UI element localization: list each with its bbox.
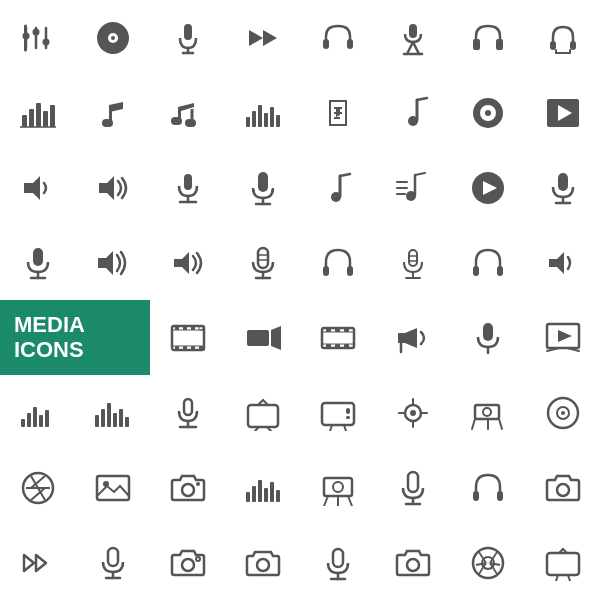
svg-point-39 — [105, 119, 113, 127]
svg-rect-25 — [473, 39, 480, 50]
mic-bottom-icon — [375, 450, 450, 525]
equalizer-bars-icon — [225, 75, 300, 150]
svg-line-167 — [472, 419, 475, 429]
media-icons-label: MEDIA ICONS — [0, 300, 150, 375]
headphones-icon-4 — [300, 225, 375, 300]
svg-rect-146 — [184, 399, 192, 415]
camera-outline-3-icon — [375, 525, 450, 600]
svg-line-22 — [407, 42, 413, 54]
svg-point-166 — [483, 408, 491, 416]
svg-rect-50 — [276, 115, 280, 127]
svg-point-77 — [406, 191, 416, 201]
headphones-icon-1 — [300, 0, 375, 75]
bar-chart-icon — [0, 75, 75, 150]
mic-icon-sm — [525, 150, 600, 225]
svg-rect-96 — [323, 266, 329, 276]
svg-point-182 — [182, 484, 194, 496]
music-note-icon-3 — [300, 150, 375, 225]
svg-point-56 — [408, 116, 418, 126]
svg-rect-203 — [108, 548, 118, 566]
svg-rect-195 — [408, 472, 418, 492]
tripod-camera-icon — [450, 375, 525, 450]
headphones-icon-6 — [450, 450, 525, 525]
svg-rect-35 — [43, 111, 48, 127]
svg-marker-201 — [24, 555, 34, 571]
svg-rect-49 — [270, 107, 274, 127]
svg-marker-126 — [405, 328, 417, 348]
lens-aperture-icon — [450, 525, 525, 600]
film-strip-icon — [150, 300, 225, 375]
mic-desk-icon — [150, 150, 225, 225]
svg-rect-83 — [558, 173, 568, 191]
music-note-icon-2 — [375, 75, 450, 150]
svg-rect-64 — [184, 174, 192, 190]
svg-marker-63 — [99, 176, 114, 200]
film-reel-icon — [300, 300, 375, 375]
music-note-lines-icon — [375, 150, 450, 225]
svg-point-13 — [111, 36, 115, 40]
svg-marker-202 — [36, 555, 46, 571]
equalizer-bars-2-icon — [225, 450, 300, 525]
svg-point-10 — [42, 38, 49, 45]
svg-rect-19 — [323, 39, 329, 49]
vinyl-disc-2-icon — [525, 375, 600, 450]
svg-rect-114 — [191, 346, 195, 350]
svg-point-206 — [182, 559, 194, 571]
svg-point-59 — [485, 110, 491, 116]
headphones-icon-2 — [450, 0, 525, 75]
svg-rect-154 — [322, 403, 354, 425]
mic-stand-icon — [375, 0, 450, 75]
svg-rect-33 — [29, 109, 34, 127]
svg-rect-36 — [50, 105, 55, 127]
tv-retro-icon — [225, 375, 300, 450]
equalizer-icon — [0, 0, 75, 75]
svg-rect-137 — [33, 407, 37, 427]
music-notes-icon — [150, 75, 225, 150]
svg-point-6 — [22, 32, 29, 39]
volume-full-icon — [150, 225, 225, 300]
svg-point-207 — [196, 557, 200, 561]
svg-rect-143 — [113, 413, 117, 427]
mic-outline-icon — [75, 525, 150, 600]
svg-rect-136 — [27, 413, 31, 427]
svg-rect-108 — [175, 326, 179, 330]
svg-point-200 — [557, 484, 569, 496]
mic-line-icon — [150, 375, 225, 450]
play-circle-icon — [450, 150, 525, 225]
camera-icon — [150, 450, 225, 525]
svg-line-76 — [415, 173, 425, 175]
svg-rect-145 — [125, 417, 129, 427]
video-play-icon — [525, 75, 600, 150]
svg-marker-89 — [98, 251, 113, 275]
svg-point-208 — [257, 559, 269, 571]
music-note-sheet-icon — [300, 75, 375, 150]
video-camera-icon — [225, 300, 300, 375]
svg-rect-67 — [258, 172, 268, 192]
svg-rect-138 — [39, 415, 43, 427]
headphones-icon-5 — [450, 225, 525, 300]
svg-rect-20 — [347, 39, 353, 49]
svg-marker-105 — [549, 252, 564, 274]
svg-marker-17 — [249, 30, 263, 46]
svg-rect-104 — [497, 266, 503, 276]
camera-video-icon — [375, 375, 450, 450]
svg-rect-158 — [346, 416, 350, 419]
svg-line-23 — [413, 42, 419, 54]
megaphone-icon — [375, 300, 450, 375]
svg-rect-184 — [246, 492, 250, 502]
volume-high-icon — [75, 150, 150, 225]
vinyl-disc-icon — [75, 0, 150, 75]
svg-line-55 — [417, 98, 427, 100]
svg-rect-97 — [347, 266, 353, 276]
svg-rect-123 — [335, 344, 340, 348]
volume-low-icon — [0, 150, 75, 225]
svg-rect-198 — [473, 491, 479, 501]
video-play-window-icon — [525, 300, 600, 375]
svg-rect-112 — [175, 346, 179, 350]
volume-max-icon — [75, 225, 150, 300]
svg-rect-209 — [333, 549, 343, 567]
svg-rect-139 — [45, 410, 49, 427]
svg-rect-91 — [258, 248, 268, 268]
svg-rect-185 — [252, 486, 256, 502]
svg-rect-14 — [184, 24, 192, 40]
